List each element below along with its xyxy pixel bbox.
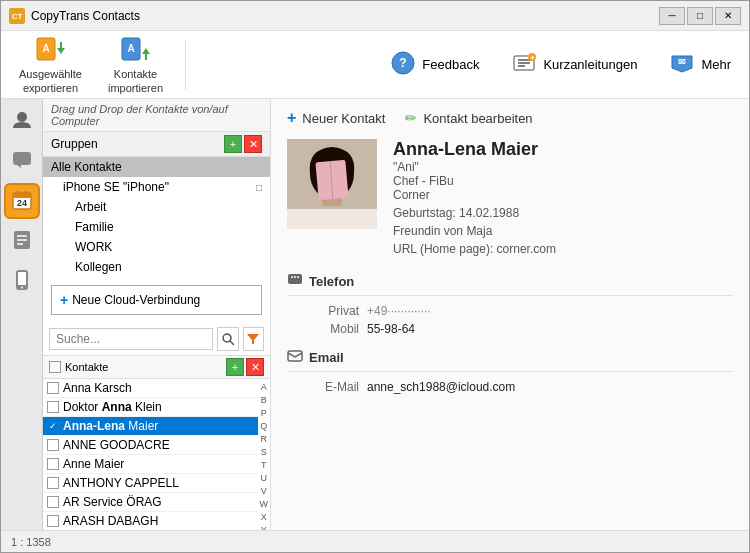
contact-checkbox[interactable] xyxy=(47,496,59,508)
search-icon xyxy=(221,332,235,346)
new-cloud-button[interactable]: + Neue Cloud-Verbindung xyxy=(51,285,262,315)
kurzanleitungen-button[interactable]: ✦ Kurzanleitungen xyxy=(503,46,645,83)
contacts-checkbox[interactable] xyxy=(49,361,61,373)
phone-mobile-label: Mobil xyxy=(287,322,367,336)
sidebar-icon-notes[interactable] xyxy=(4,223,40,259)
close-button[interactable]: ✕ xyxy=(715,7,741,25)
alpha-A[interactable]: A xyxy=(260,381,269,394)
contact-checkbox[interactable] xyxy=(47,439,59,451)
phone-section-label: Telefon xyxy=(309,274,354,289)
phone-section: Telefon Privat +49············· Mobil 55… xyxy=(287,272,733,336)
phone-private-label: Privat xyxy=(287,304,367,318)
contact-info: Anna-Lena Maier "Ani" Chef - FiBu Corner… xyxy=(393,139,733,256)
alpha-T[interactable]: T xyxy=(260,459,269,472)
sidebar-icons: 24 xyxy=(1,99,43,530)
group-familie[interactable]: Familie xyxy=(43,217,270,237)
svg-text:24: 24 xyxy=(16,198,26,208)
phone-small-icon: □ xyxy=(256,182,262,193)
svg-text:✉: ✉ xyxy=(678,57,686,67)
toolbar-right: ? Feedback ✦ Kurzanleitungen xyxy=(382,46,739,83)
edit-contact-button[interactable]: ✏ Kontakt bearbeiten xyxy=(405,110,532,126)
group-kollegen[interactable]: Kollegen xyxy=(43,257,270,277)
contacts-header-label: Kontakte xyxy=(65,361,108,373)
alpha-U[interactable]: U xyxy=(260,472,269,485)
remove-contact-button[interactable]: ✕ xyxy=(246,358,264,376)
import-button[interactable]: A Kontakte importieren xyxy=(100,30,171,98)
new-cloud-label: Neue Cloud-Verbindung xyxy=(72,293,200,307)
maximize-button[interactable]: □ xyxy=(687,7,713,25)
sidebar-icon-chat[interactable] xyxy=(4,143,40,179)
contact-name: Anne Maier xyxy=(63,457,254,471)
feedback-label: Feedback xyxy=(422,57,479,72)
email-section-header: Email xyxy=(287,348,733,372)
minimize-button[interactable]: ─ xyxy=(659,7,685,25)
contact-list-wrapper: Anna Karsch Doktor Anna Klein ✓ Anna-Len… xyxy=(43,379,270,530)
sidebar-icon-phone[interactable] xyxy=(4,263,40,299)
svg-line-36 xyxy=(230,341,234,345)
svg-point-35 xyxy=(223,334,231,342)
groups-actions: + ✕ xyxy=(224,135,262,153)
contact-checkbox-checked[interactable]: ✓ xyxy=(47,420,59,432)
contact-company: Corner xyxy=(393,188,733,202)
contact-item[interactable]: Anna Karsch xyxy=(43,379,258,398)
alpha-V[interactable]: V xyxy=(260,485,269,498)
notes-icon xyxy=(11,229,33,254)
contact-item[interactable]: ARASH DABAGH xyxy=(43,512,258,530)
edit-contact-label: Kontakt bearbeiten xyxy=(423,111,532,126)
contact-photo-svg xyxy=(287,139,377,229)
contact-list-header: Kontakte + ✕ xyxy=(43,356,270,379)
mehr-button[interactable]: ✉ Mehr xyxy=(661,46,739,83)
sidebar-icon-calendar[interactable]: 24 xyxy=(4,183,40,219)
alle-kontakte-item[interactable]: Alle Kontakte xyxy=(43,157,270,177)
filter-button[interactable] xyxy=(243,327,265,351)
export-button[interactable]: A Ausgewählte exportieren xyxy=(11,30,90,98)
contact-item[interactable]: AR Service ÖRAG xyxy=(43,493,258,512)
remove-group-button[interactable]: ✕ xyxy=(244,135,262,153)
contact-item[interactable]: ANTHONY CAPPELL xyxy=(43,474,258,493)
group-work[interactable]: WORK xyxy=(43,237,270,257)
contact-checkbox[interactable] xyxy=(47,515,59,527)
contact-name: Anna-Lena Maier xyxy=(63,419,254,433)
alpha-Q[interactable]: Q xyxy=(260,420,269,433)
iphone-item[interactable]: iPhone SE "iPhone" □ xyxy=(43,177,270,197)
alpha-R[interactable]: R xyxy=(260,433,269,446)
import-label: Kontakte importieren xyxy=(108,68,163,94)
alpha-W[interactable]: W xyxy=(260,498,269,511)
alpha-B[interactable]: B xyxy=(260,394,269,407)
new-contact-button[interactable]: + Neuer Kontakt xyxy=(287,109,385,127)
add-contact-button[interactable]: + xyxy=(226,358,244,376)
search-input[interactable] xyxy=(49,328,213,350)
group-arbeit[interactable]: Arbeit xyxy=(43,197,270,217)
email-section-icon xyxy=(287,348,303,367)
edit-contact-icon: ✏ xyxy=(405,110,417,126)
contact-item-selected[interactable]: ✓ Anna-Lena Maier xyxy=(43,417,258,436)
search-button[interactable] xyxy=(217,327,239,351)
svg-point-20 xyxy=(17,112,27,122)
contact-name: ANTHONY CAPPELL xyxy=(63,476,254,490)
sidebar-icon-contacts[interactable] xyxy=(4,103,40,139)
contact-checkbox[interactable] xyxy=(47,458,59,470)
contact-checkbox[interactable] xyxy=(47,477,59,489)
group-kollegen-label: Kollegen xyxy=(75,260,122,274)
contact-item[interactable]: Anne Maier xyxy=(43,455,258,474)
alpha-P[interactable]: P xyxy=(260,407,269,420)
add-group-button[interactable]: + xyxy=(224,135,242,153)
right-panel: + Neuer Kontakt ✏ Kontakt bearbeiten xyxy=(271,99,749,530)
svg-text:?: ? xyxy=(400,56,407,70)
svg-marker-8 xyxy=(142,48,150,54)
contact-checkbox[interactable] xyxy=(47,401,59,413)
contact-name: ANNE GOODACRE xyxy=(63,438,254,452)
email-section-label: Email xyxy=(309,350,344,365)
contact-item[interactable]: Doktor Anna Klein xyxy=(43,398,258,417)
contact-checkbox[interactable] xyxy=(47,382,59,394)
alphabet-sidebar[interactable]: A B P Q R S T U V W X Y Z # xyxy=(258,379,271,530)
drag-drop-label: Drag und Drop der Kontakte von/auf Compu… xyxy=(43,99,270,132)
toolbar-separator xyxy=(185,40,186,90)
import-icon: A xyxy=(120,34,152,66)
feedback-button[interactable]: ? Feedback xyxy=(382,46,487,83)
alpha-S[interactable]: S xyxy=(260,446,269,459)
contact-list-label: Kontakte xyxy=(49,361,226,373)
group-familie-label: Familie xyxy=(75,220,114,234)
alpha-X[interactable]: X xyxy=(260,511,269,524)
contact-item[interactable]: ANNE GOODACRE xyxy=(43,436,258,455)
